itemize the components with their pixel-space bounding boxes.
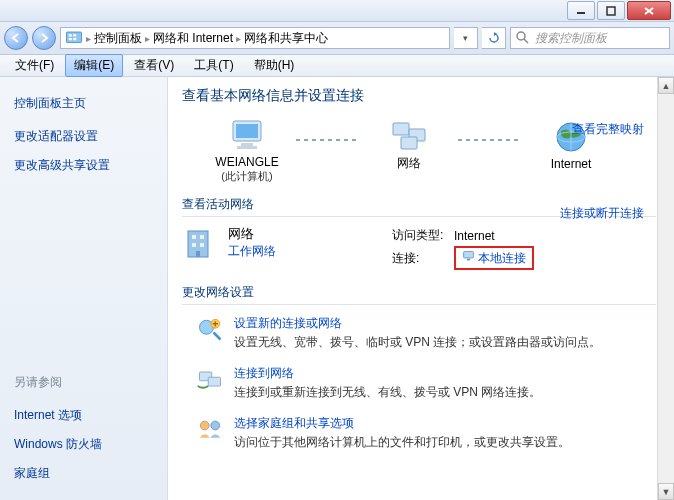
svg-rect-22 xyxy=(192,235,196,239)
sidebar-internet-options[interactable]: Internet 选项 xyxy=(14,407,155,424)
menu-tools[interactable]: 工具(T) xyxy=(185,54,242,77)
connections-label: 连接: xyxy=(392,250,448,267)
sidebar-firewall[interactable]: Windows 防火墙 xyxy=(14,436,155,453)
vertical-scrollbar[interactable]: ▲ ▼ xyxy=(657,77,674,500)
homegroup-sharing-link[interactable]: 选择家庭组和共享选项 xyxy=(234,415,570,432)
svg-rect-1 xyxy=(607,7,615,15)
connect-disconnect-link[interactable]: 连接或断开连接 xyxy=(560,205,644,222)
svg-rect-13 xyxy=(241,143,253,146)
forward-button[interactable] xyxy=(32,26,56,50)
svg-rect-28 xyxy=(467,259,470,261)
back-button[interactable] xyxy=(4,26,28,50)
menu-file[interactable]: 文件(F) xyxy=(6,54,63,77)
lan-icon xyxy=(462,249,475,262)
svg-rect-6 xyxy=(73,34,76,36)
svg-rect-23 xyxy=(200,235,204,239)
svg-rect-14 xyxy=(237,146,257,149)
active-network-category[interactable]: 工作网络 xyxy=(228,243,276,260)
svg-point-33 xyxy=(200,421,209,430)
scroll-up-arrow[interactable]: ▲ xyxy=(658,77,674,94)
work-network-icon xyxy=(182,225,218,261)
svg-line-10 xyxy=(524,39,528,43)
crumb-network-internet[interactable]: 网络和 Internet xyxy=(153,30,233,47)
local-connection-link[interactable]: 本地连接 xyxy=(478,251,526,265)
menu-edit[interactable]: 编辑(E) xyxy=(65,54,123,77)
svg-rect-8 xyxy=(73,38,76,40)
svg-rect-25 xyxy=(200,243,204,247)
homegroup-icon xyxy=(196,415,224,443)
sidebar-advanced-sharing[interactable]: 更改高级共享设置 xyxy=(14,157,155,174)
sidebar: 控制面板主页 更改适配器设置 更改高级共享设置 另请参阅 Internet 选项… xyxy=(0,77,168,500)
main-content: 查看基本网络信息并设置连接 查看完整映射 WEIANGLE (此计算机) 网络 … xyxy=(168,77,674,500)
svg-rect-26 xyxy=(196,251,200,257)
scroll-down-arrow[interactable]: ▼ xyxy=(658,483,674,500)
svg-rect-27 xyxy=(464,251,474,258)
connector-line xyxy=(458,139,522,141)
sidebar-see-also-label: 另请参阅 xyxy=(14,374,155,391)
svg-rect-15 xyxy=(393,123,409,135)
access-type-value: Internet xyxy=(454,229,495,243)
svg-rect-5 xyxy=(69,34,72,36)
new-connection-icon xyxy=(196,315,224,343)
search-placeholder: 搜索控制面板 xyxy=(535,30,607,47)
refresh-icon xyxy=(488,32,500,44)
crumb-sharing-center[interactable]: 网络和共享中心 xyxy=(244,30,328,47)
address-dropdown-button[interactable]: ▾ xyxy=(454,27,478,49)
refresh-button[interactable] xyxy=(482,27,506,49)
homegroup-sharing-desc: 访问位于其他网络计算机上的文件和打印机，或更改共享设置。 xyxy=(234,434,570,451)
crumb-control-panel[interactable]: 控制面板 xyxy=(94,30,142,47)
menu-view[interactable]: 查看(V) xyxy=(125,54,183,77)
control-panel-icon xyxy=(65,29,83,47)
svg-rect-17 xyxy=(401,137,417,149)
sidebar-cp-home[interactable]: 控制面板主页 xyxy=(14,95,155,112)
svg-rect-24 xyxy=(192,243,196,247)
close-button[interactable] xyxy=(627,1,671,20)
node-network-label: 网络 xyxy=(397,155,421,172)
active-network-name: 网络 xyxy=(228,225,276,243)
search-icon xyxy=(515,30,531,46)
view-full-map-link[interactable]: 查看完整映射 xyxy=(572,121,644,138)
maximize-button[interactable] xyxy=(597,1,625,20)
svg-point-34 xyxy=(211,421,220,430)
search-input[interactable]: 搜索控制面板 xyxy=(510,27,670,49)
connect-to-network-desc: 连接到或重新连接到无线、有线、拨号或 VPN 网络连接。 xyxy=(234,384,541,401)
connector-line xyxy=(296,139,360,141)
connect-network-icon xyxy=(196,365,224,393)
sidebar-homegroup[interactable]: 家庭组 xyxy=(14,465,155,482)
setup-new-connection-link[interactable]: 设置新的连接或网络 xyxy=(234,315,601,332)
local-connection-highlight: 本地连接 xyxy=(454,246,534,270)
page-title: 查看基本网络信息并设置连接 xyxy=(182,87,656,105)
breadcrumb[interactable]: ▸ 控制面板 ▸ 网络和 Internet ▸ 网络和共享中心 xyxy=(60,27,450,49)
node-pc-label: WEIANGLE xyxy=(215,155,278,169)
sidebar-change-adapter[interactable]: 更改适配器设置 xyxy=(14,128,155,145)
node-pc-sublabel: (此计算机) xyxy=(221,169,272,184)
node-internet-label: Internet xyxy=(551,157,592,171)
change-settings-heading: 更改网络设置 xyxy=(182,284,656,305)
svg-rect-32 xyxy=(208,377,220,386)
setup-new-connection-desc: 设置无线、宽带、拨号、临时或 VPN 连接；或设置路由器或访问点。 xyxy=(234,334,601,351)
connect-to-network-link[interactable]: 连接到网络 xyxy=(234,365,541,382)
computer-icon xyxy=(227,117,267,153)
minimize-button[interactable] xyxy=(567,1,595,20)
network-icon xyxy=(389,117,429,153)
svg-point-9 xyxy=(517,32,525,40)
svg-rect-12 xyxy=(236,124,258,138)
svg-rect-7 xyxy=(69,38,72,40)
menu-help[interactable]: 帮助(H) xyxy=(245,54,304,77)
access-type-label: 访问类型: xyxy=(392,227,448,244)
svg-rect-4 xyxy=(67,32,82,43)
